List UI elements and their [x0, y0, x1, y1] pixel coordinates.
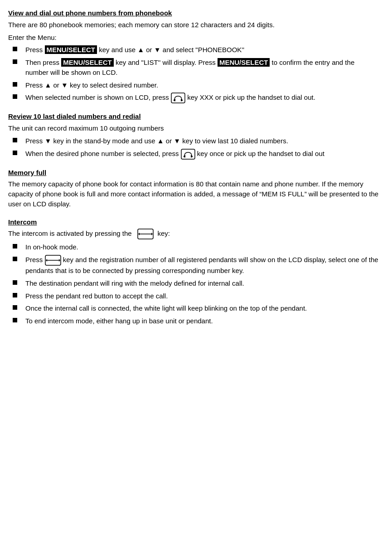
svg-marker-7 — [59, 259, 60, 262]
intercom-key-icon-2 — [45, 255, 61, 266]
section-intercom-intro: The intercom is activated by pressing th… — [8, 229, 379, 239]
bullet-content: Press key and the registration number of… — [25, 255, 379, 276]
section-phonebook: View and dial out phone numbers from pho… — [8, 8, 379, 103]
bullet-content: Press the pendant red button to accept t… — [25, 291, 379, 301]
section-phonebook-enter-menu: Enter the Menu: — [8, 33, 379, 43]
section-phonebook-intro: There are 80 phonebook memories; each me… — [8, 20, 379, 30]
bullet-content: The destination pendant will ring with t… — [25, 278, 379, 288]
bullet-icon — [13, 82, 17, 87]
bullet-icon — [13, 257, 17, 261]
section-intercom-title: Intercom — [8, 217, 379, 227]
list-item: Press ▲ or ▼ key to select desired numbe… — [13, 80, 379, 90]
list-item: The destination pendant will ring with t… — [13, 278, 379, 288]
svg-rect-1 — [181, 149, 195, 159]
list-item: Once the internal call is connected, the… — [13, 303, 379, 313]
highlight-menu-select-3: MENU/SELECT — [218, 58, 270, 67]
svg-marker-4 — [151, 233, 153, 235]
bullet-content: Then press MENU/SELECT key and "LIST'' w… — [25, 58, 379, 78]
bullet-icon — [13, 47, 17, 51]
section-redial-bullets: Press ▼ key in the stand-by mode and use… — [13, 136, 379, 160]
bullet-icon — [13, 151, 17, 155]
svg-marker-6 — [46, 259, 47, 262]
section-memory-full-body: The memory capacity of phone book for co… — [8, 179, 379, 209]
bullet-content: In on-hook mode. — [25, 242, 379, 252]
section-intercom: Intercom The intercom is activated by pr… — [8, 217, 379, 326]
highlight-menu-select: MENU/SELECT — [45, 45, 97, 54]
bullet-icon — [13, 138, 17, 142]
section-redial: Review 10 last dialed numbers and redial… — [8, 112, 379, 159]
list-item: When selected number is shown on LCD, pr… — [13, 93, 379, 103]
bullet-icon — [13, 293, 17, 297]
section-memory-full: Memory full The memory capacity of phone… — [8, 168, 379, 209]
list-item: Press MENU/SELECT key and use ▲ or ▼ and… — [13, 45, 379, 55]
list-item: When the desired phone number is selecte… — [13, 149, 379, 160]
phone-dial-icon — [171, 93, 185, 103]
bullet-content: Once the internal call is connected, the… — [25, 303, 379, 313]
bullet-content: Press ▲ or ▼ key to select desired numbe… — [25, 80, 379, 90]
bullet-icon — [13, 59, 17, 64]
list-item: In on-hook mode. — [13, 242, 379, 252]
bullet-content: Press MENU/SELECT key and use ▲ or ▼ and… — [25, 45, 379, 55]
highlight-menu-select-2: MENU/SELECT — [61, 58, 114, 67]
list-item: Press key and the registration number of… — [13, 255, 379, 276]
bullet-icon — [13, 244, 17, 249]
svg-rect-0 — [171, 93, 185, 103]
section-memory-full-title: Memory full — [8, 168, 379, 178]
section-redial-title: Review 10 last dialed numbers and redial — [8, 112, 379, 122]
list-item: Press ▼ key in the stand-by mode and use… — [13, 136, 379, 146]
bullet-icon — [13, 94, 17, 99]
section-phonebook-bullets: Press MENU/SELECT key and use ▲ or ▼ and… — [13, 45, 379, 103]
bullet-content: To end intercom mode, either hang up in … — [25, 316, 379, 326]
list-item: Then press MENU/SELECT key and "LIST'' w… — [13, 58, 379, 78]
bullet-content: When the desired phone number is selecte… — [25, 149, 379, 160]
list-item: Press the pendant red button to accept t… — [13, 291, 379, 301]
bullet-content: When selected number is shown on LCD, pr… — [25, 93, 379, 103]
list-item: To end intercom mode, either hang up in … — [13, 316, 379, 326]
bullet-icon — [13, 280, 17, 285]
bullet-icon — [13, 305, 17, 310]
intercom-intro-after: key: — [158, 229, 170, 237]
phone-dial-icon-2 — [181, 149, 195, 160]
bullet-icon — [13, 318, 17, 322]
section-phonebook-title: View and dial out phone numbers from pho… — [8, 8, 379, 18]
section-redial-intro: The unit can record maximum 10 outgoing … — [8, 123, 379, 133]
intercom-key-icon — [137, 229, 154, 239]
bullet-content: Press ▼ key in the stand-by mode and use… — [25, 136, 379, 146]
svg-marker-3 — [138, 233, 140, 235]
intercom-intro-before: The intercom is activated by pressing th… — [8, 229, 132, 237]
section-intercom-bullets: In on-hook mode. Press key and the regis… — [13, 242, 379, 326]
